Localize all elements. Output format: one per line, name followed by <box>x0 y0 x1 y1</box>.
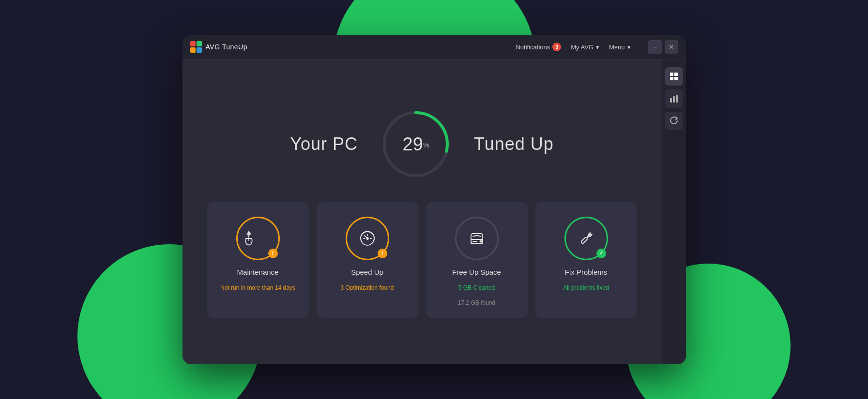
menu-chevron: ▾ <box>627 44 631 51</box>
cards-grid: ! Maintenance Not run in more than 14 da… <box>207 202 637 318</box>
bar-chart-icon <box>670 94 678 103</box>
fix-problems-icon-wrap: ✓ <box>564 217 608 260</box>
my-avg-button[interactable]: My AVG ▾ <box>571 44 599 51</box>
speed-up-icon-wrap: ! <box>346 217 389 260</box>
app-title: AVG TuneUp <box>206 43 247 51</box>
titlebar-nav: Notifications 3 My AVG ▾ Menu ▾ − ✕ <box>516 40 678 54</box>
maintenance-icon-wrap: ! <box>236 217 280 260</box>
notifications-button[interactable]: Notifications 3 <box>516 43 561 51</box>
svg-rect-6 <box>676 95 678 103</box>
maintenance-status: Not run in more than 14 days <box>220 284 295 292</box>
svg-rect-4 <box>670 98 672 103</box>
free-up-space-sub: 17.2 GB found <box>458 299 495 306</box>
speed-up-title: Speed Up <box>351 268 383 276</box>
gauge-unit: % <box>423 141 429 148</box>
menu-label: Menu <box>609 44 625 51</box>
refresh-button[interactable] <box>665 112 683 130</box>
free-up-space-title: Free Up Space <box>452 268 501 276</box>
speed-up-status: 3 Optimization found <box>340 284 394 292</box>
svg-rect-1 <box>674 73 678 76</box>
free-up-space-icon-wrap <box>455 217 499 260</box>
broom-icon <box>239 229 259 248</box>
speed-up-alert-dot: ! <box>378 249 387 258</box>
svg-rect-0 <box>670 73 673 76</box>
free-up-space-card[interactable]: Free Up Space 5 GB Cleaned 17.2 GB found <box>426 202 528 318</box>
avg-logo-icon <box>190 41 202 53</box>
svg-point-11 <box>366 237 368 239</box>
fix-problems-card[interactable]: ✓ Fix Problems All problems fixed <box>535 202 637 318</box>
refresh-icon <box>670 117 678 125</box>
hero-section: Your PC 29% Tuned Up <box>290 105 554 183</box>
svg-rect-2 <box>670 77 673 80</box>
maintenance-alert-dot: ! <box>268 249 278 258</box>
hdd-icon <box>467 229 487 248</box>
app-window: AVG TuneUp Notifications 3 My AVG ▾ Menu… <box>183 35 686 364</box>
stats-view-button[interactable] <box>665 89 683 108</box>
hero-right-text: Tuned Up <box>474 134 554 154</box>
gauge-number: 29 <box>403 134 423 154</box>
speedometer-icon <box>358 229 377 248</box>
titlebar: AVG TuneUp Notifications 3 My AVG ▾ Menu… <box>183 35 686 59</box>
logo-area: AVG TuneUp <box>190 41 247 53</box>
my-avg-label: My AVG <box>571 44 594 51</box>
minimize-button[interactable]: − <box>648 40 662 54</box>
broom-icon-detail <box>259 229 277 248</box>
menu-button[interactable]: Menu ▾ <box>609 44 631 51</box>
notifications-badge: 3 <box>552 43 561 51</box>
gauge-value: 29% <box>403 135 429 153</box>
grid-icon <box>670 72 678 81</box>
svg-rect-3 <box>674 77 678 80</box>
close-button[interactable]: ✕ <box>665 40 678 54</box>
wrench-icon <box>577 229 596 248</box>
fix-problems-title: Fix Problems <box>565 268 608 276</box>
svg-rect-5 <box>673 96 675 103</box>
hero-left-text: Your PC <box>290 134 358 154</box>
grid-view-button[interactable] <box>665 67 683 86</box>
maintenance-card[interactable]: ! Maintenance Not run in more than 14 da… <box>207 202 309 318</box>
fix-problems-check-dot: ✓ <box>596 249 606 258</box>
fix-problems-status: All problems fixed <box>563 284 609 292</box>
speed-up-card[interactable]: ! Speed Up 3 Optimization found <box>317 202 418 318</box>
maintenance-title: Maintenance <box>237 268 279 276</box>
free-up-space-icon-circle <box>455 217 499 260</box>
right-sidebar <box>662 59 686 364</box>
gauge-container: 29% <box>377 105 455 183</box>
main-content: Your PC 29% Tuned Up <box>183 59 662 364</box>
notifications-label: Notifications <box>516 44 550 51</box>
svg-point-17 <box>479 240 482 242</box>
my-avg-chevron: ▾ <box>596 44 599 51</box>
window-controls: − ✕ <box>648 40 678 54</box>
free-up-space-status: 5 GB Cleaned <box>458 284 495 292</box>
